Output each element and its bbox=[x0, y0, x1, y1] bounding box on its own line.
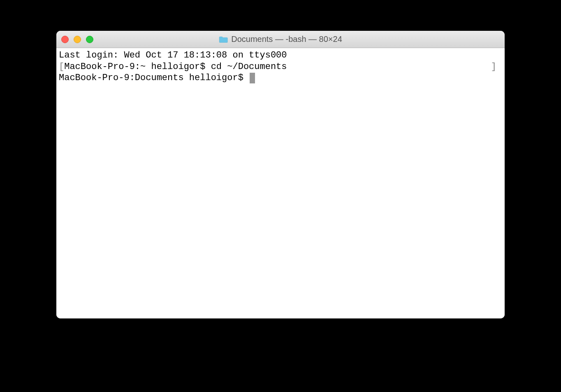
terminal-body[interactable]: Last login: Wed Oct 17 18:13:08 on ttys0… bbox=[56, 48, 505, 318]
terminal-line-wrapper: [MacBook-Pro-9:~ helloigor$ cd ~/Documen… bbox=[59, 61, 502, 73]
terminal-window: Documents — -bash — 80×24 Last login: We… bbox=[56, 31, 505, 318]
window-title: Documents — -bash — 80×24 bbox=[231, 35, 342, 44]
terminal-line: Last login: Wed Oct 17 18:13:08 on ttys0… bbox=[59, 50, 502, 61]
close-button[interactable] bbox=[61, 36, 69, 43]
folder-icon bbox=[219, 36, 228, 43]
title-content: Documents — -bash — 80×24 bbox=[219, 35, 342, 44]
cursor-block bbox=[250, 73, 255, 83]
terminal-line: MacBook-Pro-9:Documents helloigor$ bbox=[59, 72, 502, 84]
titlebar[interactable]: Documents — -bash — 80×24 bbox=[56, 31, 505, 48]
traffic-lights bbox=[61, 36, 93, 43]
last-login-text: Last login: Wed Oct 17 18:13:08 on ttys0… bbox=[59, 50, 287, 61]
minimize-button[interactable] bbox=[74, 36, 81, 43]
prompt-text: MacBook-Pro-9:~ helloigor$ bbox=[64, 61, 211, 73]
bracket-left: [ bbox=[59, 61, 64, 73]
command-text: cd ~/Documents bbox=[211, 61, 287, 73]
terminal-line: [MacBook-Pro-9:~ helloigor$ cd ~/Documen… bbox=[59, 61, 502, 73]
bracket-right: ] bbox=[491, 61, 496, 73]
prompt-text: MacBook-Pro-9:Documents helloigor$ bbox=[59, 72, 249, 84]
maximize-button[interactable] bbox=[86, 36, 93, 43]
